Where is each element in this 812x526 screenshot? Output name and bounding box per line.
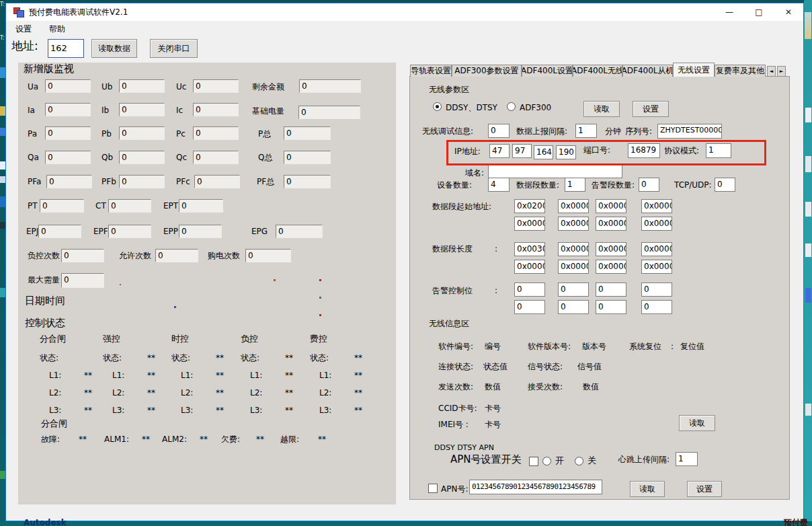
apn-off-radio[interactable] — [575, 457, 583, 465]
serial-number-field[interactable]: ZHYDTEST000001 — [657, 124, 722, 139]
radio-ddsy-dtsy[interactable] — [433, 102, 442, 111]
date-time-label: 日期时间 — [25, 296, 65, 305]
seg-len-cell[interactable]: 0x0000 — [558, 242, 589, 256]
field-epg[interactable]: 0 — [276, 225, 323, 238]
info-read-button[interactable]: 读取 — [679, 415, 715, 431]
field-pfa[interactable]: 0 — [46, 175, 92, 188]
heartbeat-interval-field[interactable]: 1 — [676, 452, 698, 466]
ip-octet-4-field[interactable]: 190 — [556, 145, 576, 159]
seg-addr-cell[interactable]: 0x0000 — [558, 217, 589, 231]
field-epf[interactable]: 0 — [108, 225, 151, 238]
tab-rail-meter-settings[interactable]: 导轨表设置 — [410, 65, 452, 77]
report-interval-field[interactable]: 1 — [575, 124, 597, 138]
field-pt[interactable]: 0 — [40, 199, 84, 213]
seg-addr-cell[interactable]: 0x0000 — [641, 199, 672, 213]
field-ct[interactable]: 0 — [108, 199, 151, 213]
alarm-ctrl-cell[interactable]: 0 — [558, 283, 589, 297]
field-ic[interactable]: 0 — [193, 103, 239, 116]
alarm-ctrl-cell[interactable]: 0 — [596, 283, 626, 297]
address-input[interactable]: 162 — [48, 39, 84, 58]
field-ib[interactable]: 0 — [119, 103, 165, 116]
ip-octet-3-field[interactable]: 164 — [534, 145, 553, 159]
seg-len-cell[interactable]: 0x0000 — [596, 260, 626, 274]
field-p-total[interactable]: 0 — [284, 126, 331, 140]
ip-octet-2-field[interactable]: 97 — [512, 144, 532, 158]
seg-len-cell[interactable]: 0x0000 — [514, 260, 545, 274]
domain-field[interactable] — [488, 164, 622, 178]
close-button[interactable]: ✕ — [774, 3, 803, 21]
close-serial-button[interactable]: 关闭串口 — [150, 39, 198, 58]
apn-read-button[interactable]: 读取 — [630, 481, 665, 497]
apn-switch-checkbox[interactable] — [529, 457, 538, 466]
seg-addr-cell[interactable]: 0x0000 — [596, 199, 626, 213]
field-pc[interactable]: 0 — [193, 126, 239, 140]
field-pfb[interactable]: 0 — [119, 175, 165, 188]
field-epj[interactable]: 0 — [38, 225, 81, 238]
seg-addr-cell[interactable]: 0x0000 — [558, 199, 589, 213]
field-qb[interactable]: 0 — [119, 151, 165, 164]
menu-settings[interactable]: 设置 — [15, 24, 32, 35]
seg-len-cell[interactable]: 0x0000 — [596, 242, 626, 256]
read-data-button[interactable]: 读取数据 — [91, 39, 137, 58]
seg-len-cell[interactable]: 0x0000 — [641, 242, 672, 256]
field-epp[interactable]: 0 — [179, 225, 222, 238]
apn-number-field[interactable]: 012345678901234567890123456789 — [469, 480, 602, 494]
segment-count-field[interactable]: 1 — [565, 178, 585, 192]
field-load-control-count[interactable]: 0 — [61, 249, 104, 262]
field-pfc[interactable]: 0 — [194, 175, 240, 188]
field-pa[interactable]: 0 — [45, 126, 91, 140]
field-uc[interactable]: 0 — [193, 79, 239, 93]
params-read-button[interactable]: 读取 — [583, 101, 620, 117]
field-ept[interactable]: 0 — [179, 199, 223, 213]
minimize-button[interactable]: — — [715, 3, 744, 21]
alarm-ctrl-cell[interactable]: 0 — [596, 300, 626, 314]
field-pf-total[interactable]: 0 — [284, 175, 331, 188]
alarm-ctrl-cell[interactable]: 0 — [514, 300, 545, 314]
wireless-debug-field[interactable]: 0 — [488, 124, 510, 138]
field-ua[interactable]: 0 — [45, 79, 91, 93]
device-count-field[interactable]: 4 — [488, 178, 510, 192]
tab-adf300-params[interactable]: ADF300参数设置 — [452, 65, 522, 77]
alarm-segment-count-field[interactable]: 0 — [639, 178, 659, 192]
tab-adf400l-slave[interactable]: ADF400L从机 — [622, 65, 673, 77]
tab-adf400l-wireless[interactable]: ADF400L无线 — [573, 65, 622, 77]
protocol-mode-field[interactable]: 1 — [706, 143, 731, 158]
tab-wireless-settings[interactable]: 无线设置 — [673, 63, 715, 77]
field-base-energy[interactable]: 0 — [298, 106, 360, 119]
field-pb[interactable]: 0 — [119, 126, 165, 140]
tab-scroll-left-icon[interactable]: ◄ — [767, 66, 776, 77]
field-qa[interactable]: 0 — [45, 151, 91, 164]
apn-on-radio[interactable] — [542, 457, 551, 465]
seg-len-cell[interactable]: 0x0000 — [641, 260, 672, 274]
field-allow-count[interactable]: 0 — [155, 249, 198, 262]
field-ub[interactable]: 0 — [119, 79, 165, 93]
seg-addr-cell[interactable]: 0x0000 — [596, 217, 626, 231]
radio-adf300[interactable] — [507, 102, 516, 111]
seg-addr-cell[interactable]: 0x0000 — [641, 217, 672, 231]
ip-octet-1-field[interactable]: 47 — [489, 144, 510, 158]
tab-adf400l-settings[interactable]: ADF400L设置 — [522, 65, 573, 77]
seg-addr-cell[interactable]: 0x0000 — [514, 217, 545, 231]
alarm-ctrl-cell[interactable]: 0 — [641, 283, 672, 297]
tcp-udp-field[interactable]: 0 — [715, 178, 735, 192]
field-remaining-amount[interactable]: 0 — [299, 79, 361, 93]
params-set-button[interactable]: 设置 — [633, 101, 669, 117]
maximize-button[interactable]: □ — [744, 3, 774, 21]
field-max-demand[interactable]: 0 — [61, 273, 104, 288]
tab-rate-and-other[interactable]: 复费率及其他 — [715, 65, 766, 77]
apn-number-checkbox[interactable] — [428, 484, 438, 493]
field-purchase-count[interactable]: 0 — [245, 249, 291, 262]
seg-len-cell[interactable]: 0x0000 — [558, 260, 589, 274]
port-field[interactable]: 16879 — [628, 143, 660, 158]
seg-addr-cell[interactable]: 0x0200 — [514, 199, 545, 213]
field-ia[interactable]: 0 — [45, 103, 91, 116]
alarm-ctrl-cell[interactable]: 0 — [558, 300, 589, 314]
field-q-total[interactable]: 0 — [284, 151, 331, 164]
menu-help[interactable]: 帮助 — [49, 24, 65, 35]
alarm-ctrl-cell[interactable]: 0 — [641, 300, 672, 314]
seg-len-cell[interactable]: 0x0030 — [514, 242, 545, 256]
alarm-ctrl-cell[interactable]: 0 — [514, 283, 545, 297]
apn-set-button[interactable]: 设置 — [687, 481, 722, 497]
tab-scroll-right-icon[interactable]: ► — [777, 66, 786, 77]
field-qc[interactable]: 0 — [193, 151, 239, 164]
